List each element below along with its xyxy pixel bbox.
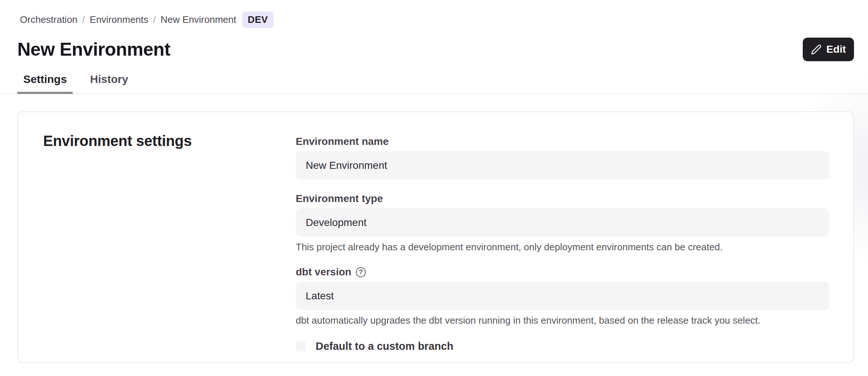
breadcrumb-environments[interactable]: Environments [90, 14, 148, 25]
environment-type-input[interactable]: Development [296, 208, 829, 237]
tab-settings[interactable]: Settings [17, 73, 73, 94]
environment-settings-card: Environment settings Environment name Ne… [17, 111, 854, 363]
field-dbt-version: dbt version ? Latest dbt automatically u… [296, 266, 829, 326]
custom-branch-checkbox[interactable] [296, 341, 306, 352]
custom-branch-label: Default to a custom branch [316, 340, 454, 352]
dbt-version-label: dbt version [296, 266, 351, 278]
card-heading: Environment settings [43, 133, 296, 149]
tab-history[interactable]: History [84, 73, 134, 94]
title-row: New Environment Edit [17, 38, 854, 61]
field-environment-name: Environment name New Environment [296, 136, 829, 180]
dev-badge: DEV [242, 11, 274, 28]
page-title: New Environment [17, 39, 170, 60]
breadcrumb-orchestration[interactable]: Orchestration [20, 14, 77, 25]
card-heading-column: Environment settings [43, 133, 296, 362]
help-icon[interactable]: ? [356, 267, 366, 277]
edit-button[interactable]: Edit [803, 38, 854, 61]
pencil-icon [811, 44, 822, 55]
custom-branch-row: Default to a custom branch [296, 340, 829, 352]
tabs: Settings History [0, 73, 868, 94]
breadcrumb: Orchestration / Environments / New Envir… [20, 0, 854, 28]
breadcrumb-separator: / [82, 14, 85, 25]
environment-type-label: Environment type [296, 193, 383, 205]
field-environment-type: Environment type Development This projec… [296, 193, 829, 253]
card-form-column: Environment name New Environment Environ… [296, 133, 829, 362]
breadcrumb-separator: / [153, 14, 156, 25]
breadcrumb-current-page: New Environment [161, 14, 236, 25]
dbt-version-input[interactable]: Latest [296, 282, 829, 310]
environment-type-helper: This project already has a development e… [296, 241, 829, 253]
environment-name-input[interactable]: New Environment [296, 151, 829, 180]
dbt-version-helper: dbt automatically upgrades the dbt versi… [296, 315, 829, 326]
edit-button-label: Edit [826, 43, 846, 55]
environment-settings-page: Orchestration / Environments / New Envir… [0, 0, 868, 363]
environment-name-label: Environment name [296, 136, 389, 147]
